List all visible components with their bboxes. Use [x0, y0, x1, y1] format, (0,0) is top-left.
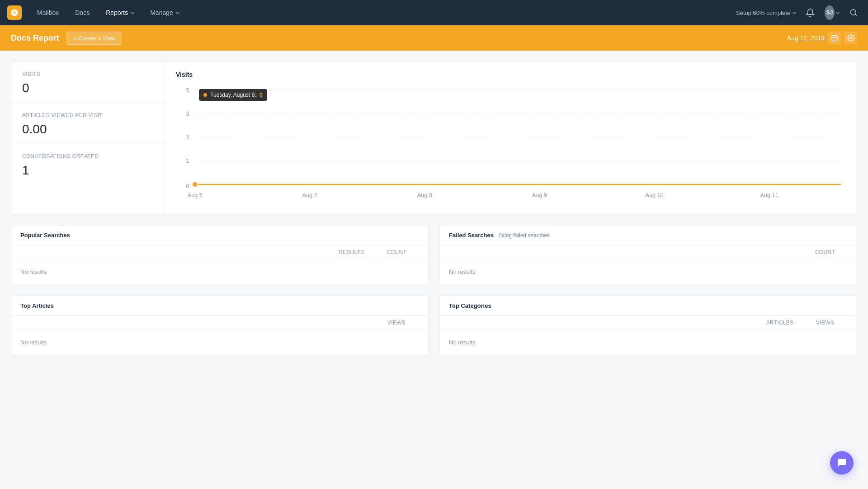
svg-text:Aug 9: Aug 9: [532, 192, 547, 198]
svg-text:Aug 8: Aug 8: [417, 192, 432, 198]
search-button[interactable]: [846, 5, 861, 20]
popular-searches-empty: No results: [11, 259, 428, 284]
stat-conversations-value: 1: [22, 163, 154, 178]
popular-searches-card: Popular Searches Results Count No result…: [11, 225, 429, 285]
col-count-failed: Count: [802, 249, 848, 255]
failed-searches-title: Failed Searches: [449, 232, 494, 239]
page-title: Docs Report: [11, 33, 59, 43]
col-search-term-failed: [449, 249, 802, 255]
svg-text:2: 2: [186, 134, 189, 141]
tables-row-1: Popular Searches Results Count No result…: [11, 225, 857, 285]
top-nav: Mailbox Docs Reports Manage Setup 60% co…: [0, 0, 868, 25]
top-articles-empty: No results: [11, 330, 428, 355]
calendar-icon: [828, 32, 841, 44]
subheader: Docs Report + Create a View Aug 12, 2019: [0, 25, 868, 51]
svg-text:Aug 10: Aug 10: [645, 192, 663, 198]
stat-visits-value: 0: [22, 81, 154, 95]
nav-docs[interactable]: Docs: [67, 0, 98, 25]
logo: [7, 5, 22, 20]
stat-conversations: Conversations Created 1: [11, 144, 165, 185]
top-categories-header: Top Categories: [440, 296, 857, 316]
main-content: Visits 0 Articles Viewed per Visit 0.00 …: [0, 51, 868, 377]
svg-point-0: [850, 9, 856, 15]
col-views-cat: Views: [802, 320, 848, 326]
top-categories-columns: Articles Views: [440, 316, 857, 330]
svg-text:Aug 11: Aug 11: [760, 192, 778, 198]
setup-progress[interactable]: Setup 60% complete: [736, 9, 796, 16]
top-categories-card: Top Categories Articles Views No results: [439, 296, 857, 355]
nav-right: Setup 60% complete SJ: [736, 5, 861, 20]
svg-text:1: 1: [186, 157, 189, 164]
avatar: SJ: [825, 5, 835, 20]
failed-searches-header: Failed Searches fixing failed searches: [440, 226, 857, 245]
stat-articles-viewed: Articles Viewed per Visit 0.00: [11, 103, 165, 144]
nav-reports[interactable]: Reports: [98, 0, 142, 25]
date-picker[interactable]: Aug 12, 2019: [787, 32, 857, 44]
stats-chart-section: Visits 0 Articles Viewed per Visit 0.00 …: [11, 61, 857, 214]
stats-panel: Visits 0 Articles Viewed per Visit 0.00 …: [11, 62, 165, 214]
fixing-failed-searches-link[interactable]: fixing failed searches: [499, 232, 550, 239]
col-views: Views: [374, 320, 419, 326]
top-categories-empty: No results: [440, 330, 857, 355]
svg-text:5: 5: [186, 87, 189, 94]
nav-mailbox[interactable]: Mailbox: [29, 0, 67, 25]
visits-chart: 5 3 2 1 0 Aug 6 Aug 7 Aug 8 Aug 9 Aug 10…: [176, 85, 846, 203]
failed-searches-columns: Count: [440, 245, 857, 259]
create-view-button[interactable]: + Create a View: [66, 32, 122, 45]
svg-text:0: 0: [186, 183, 189, 189]
col-articles: Articles: [757, 320, 802, 326]
col-count: Count: [374, 249, 419, 255]
svg-point-19: [192, 181, 198, 187]
tables-row-2: Top Articles Views No results Top Catego…: [11, 296, 857, 355]
top-articles-card: Top Articles Views No results: [11, 296, 429, 355]
account-button[interactable]: SJ: [825, 5, 839, 20]
stat-articles-label: Articles Viewed per Visit: [22, 112, 154, 118]
top-categories-title: Top Categories: [449, 302, 491, 309]
top-articles-title: Top Articles: [20, 302, 54, 309]
chat-support-button[interactable]: [830, 451, 854, 475]
subheader-left: Docs Report + Create a View: [11, 32, 122, 45]
svg-text:Aug 6: Aug 6: [188, 192, 203, 198]
svg-line-1: [855, 14, 856, 15]
chart-title: Visits: [176, 71, 846, 78]
stat-visits-label: Visits: [22, 71, 154, 77]
nav-links: Mailbox Docs Reports Manage: [29, 0, 187, 25]
popular-searches-header: Popular Searches: [11, 226, 428, 245]
top-articles-columns: Views: [11, 316, 428, 330]
col-search-term: [20, 249, 329, 255]
stat-visits: Visits 0: [11, 62, 165, 103]
top-articles-header: Top Articles: [11, 296, 428, 316]
nav-manage[interactable]: Manage: [142, 0, 187, 25]
col-article: [20, 320, 374, 326]
notifications-button[interactable]: [803, 5, 817, 20]
svg-text:3: 3: [186, 110, 189, 117]
svg-text:Aug 7: Aug 7: [302, 192, 317, 198]
stat-conversations-label: Conversations Created: [22, 153, 154, 160]
failed-searches-card: Failed Searches fixing failed searches C…: [439, 225, 857, 285]
col-results: Results: [329, 249, 374, 255]
col-category: [449, 320, 757, 326]
svg-rect-2: [832, 36, 837, 41]
settings-icon: [844, 32, 857, 44]
popular-searches-title: Popular Searches: [20, 232, 70, 239]
stat-articles-value: 0.00: [22, 122, 154, 136]
popular-searches-columns: Results Count: [11, 245, 428, 259]
chart-panel: Visits Tuesday, August 6: 0 5 3 2 1: [165, 62, 857, 214]
svg-point-6: [850, 37, 852, 39]
failed-searches-empty: No results: [440, 259, 857, 284]
